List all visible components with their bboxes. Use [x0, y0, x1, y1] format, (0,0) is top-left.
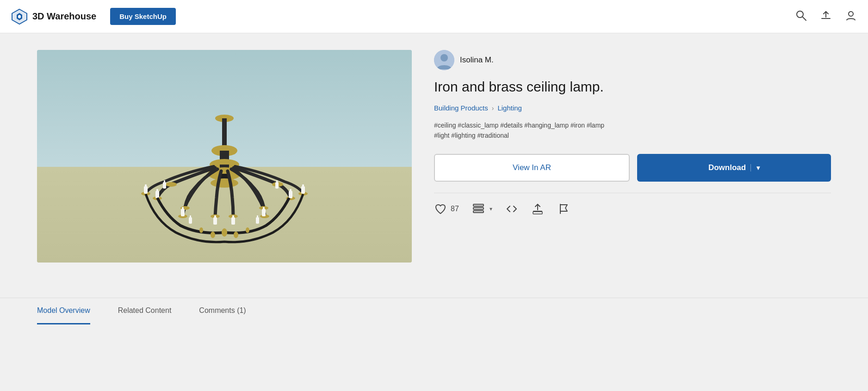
breadcrumb: Building Products › Lighting — [434, 104, 831, 112]
share-icon — [531, 202, 544, 215]
action-buttons: View In AR Download ▾ — [434, 154, 831, 182]
logo-icon — [11, 8, 28, 25]
model-title: Iron and brass ceiling lamp. — [434, 78, 831, 96]
embed-icon — [505, 202, 518, 215]
svg-point-15 — [211, 178, 238, 188]
main-content: Isolina M. Iron and brass ceiling lamp. … — [0, 33, 868, 279]
divider — [434, 193, 831, 193]
view-in-ar-button[interactable]: View In AR — [434, 154, 630, 182]
model-background — [37, 50, 412, 263]
svg-rect-48 — [163, 182, 166, 189]
svg-rect-35 — [214, 215, 216, 218]
svg-rect-32 — [181, 209, 185, 216]
download-label: Download — [708, 163, 746, 172]
logo-text: 3D Warehouse — [32, 11, 96, 22]
svg-rect-40 — [289, 191, 292, 198]
right-panel: Isolina M. Iron and brass ceiling lamp. … — [434, 50, 831, 215]
svg-point-5 — [849, 12, 853, 16]
svg-point-56 — [246, 227, 249, 233]
author-row: Isolina M. — [434, 50, 831, 70]
svg-rect-33 — [182, 207, 184, 210]
upload-icon[interactable] — [820, 10, 832, 24]
search-icon[interactable] — [795, 9, 807, 24]
svg-rect-30 — [155, 191, 159, 198]
svg-rect-31 — [156, 189, 158, 192]
breadcrumb-subcategory[interactable]: Lighting — [497, 104, 522, 112]
tab-comments[interactable]: Comments (1) — [199, 298, 246, 324]
download-chevron-icon: ▾ — [750, 164, 760, 171]
svg-rect-59 — [473, 204, 484, 206]
avatar[interactable] — [434, 50, 454, 70]
svg-point-58 — [440, 54, 448, 61]
svg-rect-51 — [276, 180, 278, 183]
svg-rect-44 — [189, 217, 192, 224]
svg-point-2 — [797, 11, 803, 18]
heart-icon — [434, 202, 447, 215]
svg-rect-47 — [257, 215, 258, 218]
collections-button[interactable]: ▾ — [472, 202, 492, 215]
svg-point-52 — [222, 228, 227, 237]
svg-rect-63 — [533, 212, 542, 214]
like-count: 87 — [451, 205, 459, 213]
svg-point-55 — [199, 227, 203, 233]
chandelier-svg — [37, 50, 412, 263]
flag-icon — [557, 202, 570, 215]
embed-button[interactable] — [505, 202, 518, 215]
breadcrumb-category[interactable]: Building Products — [434, 104, 488, 112]
svg-point-54 — [234, 232, 238, 238]
svg-rect-37 — [232, 215, 234, 218]
svg-rect-39 — [263, 207, 265, 210]
tab-model-overview[interactable]: Model Overview — [37, 298, 90, 324]
bottom-tabs: Model Overview Related Content Comments … — [0, 298, 868, 324]
tab-related-content[interactable]: Related Content — [118, 298, 172, 324]
svg-rect-42 — [301, 186, 305, 194]
svg-rect-36 — [231, 217, 235, 225]
flag-button[interactable] — [557, 202, 570, 215]
user-icon[interactable] — [845, 10, 857, 24]
collections-icon — [472, 202, 486, 215]
breadcrumb-separator: › — [492, 104, 494, 112]
header-right — [795, 9, 857, 24]
svg-point-16 — [166, 182, 177, 187]
svg-line-3 — [803, 17, 806, 20]
svg-rect-60 — [473, 208, 484, 209]
svg-rect-50 — [275, 182, 279, 189]
svg-rect-34 — [213, 217, 217, 225]
svg-rect-46 — [256, 217, 259, 224]
buy-sketchup-button[interactable]: Buy SketchUp — [110, 8, 176, 25]
collections-chevron-icon: ▾ — [490, 206, 492, 212]
share-button[interactable] — [531, 202, 544, 215]
logo-area: 3D Warehouse Buy SketchUp — [11, 8, 176, 25]
svg-rect-43 — [302, 184, 304, 187]
svg-rect-4 — [821, 18, 831, 19]
svg-rect-41 — [290, 189, 291, 192]
icon-bar: 87 ▾ — [434, 202, 831, 215]
like-button[interactable]: 87 — [434, 202, 459, 215]
svg-rect-28 — [144, 186, 148, 194]
model-viewer[interactable] — [37, 50, 412, 263]
model-tags: #ceiling #classic_lamp #details #hanging… — [434, 120, 831, 141]
svg-rect-49 — [164, 180, 165, 183]
author-name[interactable]: Isolina M. — [460, 55, 494, 65]
svg-rect-61 — [473, 211, 484, 213]
header: 3D Warehouse Buy SketchUp — [0, 0, 868, 33]
download-button[interactable]: Download ▾ — [637, 154, 831, 182]
svg-rect-29 — [145, 184, 147, 187]
svg-rect-38 — [262, 209, 266, 216]
svg-rect-45 — [190, 215, 191, 218]
svg-point-53 — [211, 232, 215, 238]
